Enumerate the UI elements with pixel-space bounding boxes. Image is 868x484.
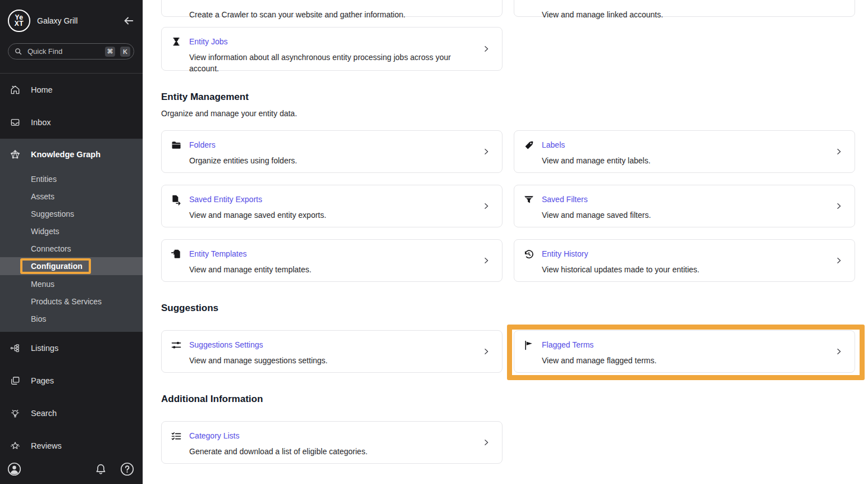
chevron-right-icon [482,147,491,156]
sidebar: Ye XT Galaxy Grill Quick Find ⌘ K Home [0,0,143,484]
inbox-icon [10,117,21,128]
card-title-link[interactable]: Entity Templates [189,248,312,259]
sidebar-item-label: Reviews [31,441,62,450]
sub-item-label: Bios [31,314,46,323]
logo-text-bottom: XT [15,21,24,27]
card-title-link[interactable]: Folders [189,139,297,150]
search-icon [14,47,22,56]
history-clock-icon [523,249,534,260]
flag-icon [523,340,534,351]
cmd-key-badge: ⌘ [105,47,115,57]
sidebar-item-configuration[interactable]: Configuration [0,257,143,275]
sliders-icon [171,340,182,351]
card-title-link[interactable]: Saved Filters [542,194,651,205]
card-description: View historical updates made to your ent… [542,264,700,275]
chevron-right-icon [482,438,491,447]
help-icon[interactable] [120,462,134,476]
card-labels[interactable]: Labels View and manage entity labels. [514,130,855,173]
section-subtitle: Organize and manage your entity data. [161,108,855,119]
collapse-sidebar-icon[interactable] [122,15,135,27]
notifications-bell-icon[interactable] [94,462,108,476]
card-title-link[interactable]: Flagged Terms [542,339,656,350]
sidebar-item-home[interactable]: Home [0,74,143,106]
annotation-configuration-highlight: Configuration [20,258,91,274]
sidebar-item-entities[interactable]: Entities [0,170,143,188]
chevron-right-icon [482,44,491,53]
sidebar-item-inbox[interactable]: Inbox [0,106,143,139]
annotation-flagged-terms-highlight: Flagged Terms View and manage flagged te… [507,325,865,380]
sidebar-item-label: Listings [31,344,58,353]
sidebar-item-connectors[interactable]: Connectors [0,240,143,257]
card-flagged-terms[interactable]: Flagged Terms View and manage flagged te… [514,330,855,373]
pages-icon [10,375,21,386]
card-entity-jobs[interactable]: Entity Jobs View information about all a… [161,27,502,71]
sub-item-label: Entities [31,175,57,184]
app-window: Ye XT Galaxy Grill Quick Find ⌘ K Home [0,0,868,484]
section-title-additional-information: Additional Information [161,392,855,407]
card-saved-entity-exports[interactable]: Saved Entity Exports View and manage sav… [161,185,502,227]
k-key-badge: K [120,47,130,57]
card-title-link[interactable]: Saved Entity Exports [189,194,326,205]
document-import-icon [171,249,182,260]
sidebar-item-listings[interactable]: Listings [0,332,143,364]
checklist-icon [171,431,182,442]
card-description: Generate and download a list of eligible… [189,446,368,457]
card-description: View and manage saved entity exports. [189,209,326,221]
sidebar-item-assets[interactable]: Assets [0,188,143,205]
user-avatar-icon[interactable] [7,462,21,476]
card-entity-history[interactable]: Entity History View historical updates m… [514,239,855,282]
card-saved-filters[interactable]: Saved Filters View and manage saved filt… [514,185,855,227]
card-description: View and manage suggestions settings. [189,355,327,366]
hourglass-icon [171,36,182,48]
sub-item-label: Suggestions [31,209,74,218]
card-description: Organize entities using folders. [189,155,297,166]
chevron-right-icon [834,256,843,265]
chevron-right-icon [834,147,843,156]
card-crawlers-partial[interactable]: Create a Crawler to scan your website an… [161,0,502,17]
star-icon [10,440,21,451]
chevron-right-icon [482,347,491,356]
sidebar-item-bios[interactable]: Bios [0,310,143,327]
sub-item-label: Assets [31,192,54,201]
card-suggestions-settings[interactable]: Suggestions Settings View and manage sug… [161,330,502,373]
sidebar-item-label: Pages [31,376,54,385]
sidebar-item-pages[interactable]: Pages [0,364,143,397]
card-entity-templates[interactable]: Entity Templates View and manage entity … [161,239,502,282]
document-export-icon [171,194,182,206]
card-description: View and manage entity labels. [542,155,651,166]
card-title-link[interactable]: Entity History [542,248,700,259]
sub-item-label: Connectors [31,244,71,253]
sub-item-label: Configuration [31,262,83,271]
sidebar-item-menus[interactable]: Menus [0,275,143,293]
account-name: Galaxy Grill [37,16,77,25]
yext-logo[interactable]: Ye XT [8,10,30,32]
chevron-right-icon [834,347,843,356]
sidebar-item-label: Home [31,85,53,94]
card-category-lists[interactable]: Category Lists Generate and download a l… [161,421,502,464]
sidebar-item-suggestions[interactable]: Suggestions [0,205,143,222]
card-description: View and manage saved filters. [542,209,651,221]
sidebar-item-label: Knowledge Graph [31,150,100,159]
card-title-link[interactable]: Suggestions Settings [189,339,327,350]
section-title-entity-management: Entity Management [161,90,855,104]
listings-icon [10,343,21,354]
sidebar-item-products-services[interactable]: Products & Services [0,293,143,310]
sidebar-bottom-bar [0,459,143,484]
sidebar-item-search[interactable]: Search [0,397,143,430]
card-folders[interactable]: Folders Organize entities using folders. [161,130,502,173]
section-title-suggestions: Suggestions [161,301,855,316]
quick-find-input[interactable]: Quick Find ⌘ K [8,43,134,60]
knowledge-graph-section: Knowledge Graph Entities Assets Suggesti… [0,139,143,332]
sidebar-item-widgets[interactable]: Widgets [0,222,143,240]
knowledge-graph-icon [10,149,21,160]
sidebar-item-reviews[interactable]: Reviews [0,430,143,462]
lightbulb-icon [10,408,21,419]
card-description: View and manage flagged terms. [542,355,656,366]
card-title-link[interactable]: Labels [542,139,651,150]
card-title-link[interactable]: Entity Jobs [189,36,474,47]
card-linked-accounts-partial[interactable]: View and manage linked accounts. [514,0,855,17]
sidebar-item-knowledge-graph[interactable]: Knowledge Graph [0,139,143,170]
sub-item-label: Products & Services [31,297,102,306]
card-description: View and manage linked accounts. [542,9,663,20]
card-title-link[interactable]: Category Lists [189,430,368,441]
